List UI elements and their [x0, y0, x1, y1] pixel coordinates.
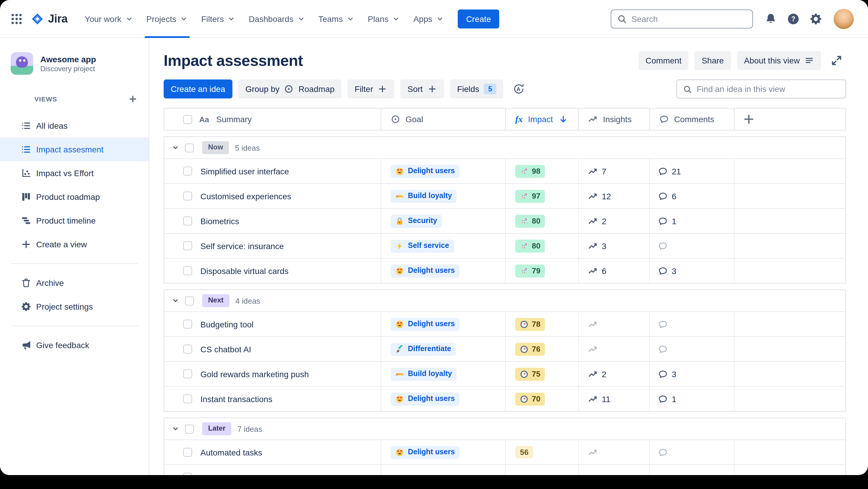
- goal-chip[interactable]: Build loyalty: [391, 367, 457, 380]
- nav-item-projects[interactable]: Projects: [140, 0, 195, 38]
- sidebar-item-product-roadmap[interactable]: Product roadmap: [0, 185, 149, 209]
- sort-button[interactable]: Sort: [401, 80, 444, 98]
- notifications-button[interactable]: [761, 9, 780, 28]
- comments-cell[interactable]: [649, 337, 734, 361]
- idea-summary[interactable]: Disposable virtual cards: [200, 266, 288, 275]
- insights-cell[interactable]: 12: [578, 184, 649, 208]
- sidebar-item-give-feedback[interactable]: Give feedback: [0, 333, 149, 357]
- about-this-view-button[interactable]: About this view: [737, 51, 821, 70]
- row-checkbox[interactable]: [183, 320, 192, 329]
- idea-summary[interactable]: Simplified user interface: [200, 166, 289, 176]
- impact-score-badge[interactable]: 97: [515, 189, 545, 203]
- table-row[interactable]: Disposable virtual cardsDelight users796…: [164, 258, 845, 283]
- row-checkbox[interactable]: [183, 473, 192, 475]
- comments-cell[interactable]: 1: [649, 387, 734, 411]
- comments-cell[interactable]: 3: [649, 258, 734, 283]
- help-button[interactable]: ?: [784, 9, 803, 28]
- impact-score-badge[interactable]: 80: [515, 239, 545, 252]
- create-idea-button[interactable]: Create an idea: [164, 80, 232, 98]
- table-row[interactable]: BiometricsSecurity8021: [164, 208, 845, 233]
- goal-chip[interactable]: Security: [391, 214, 442, 227]
- goal-chip[interactable]: Delight users: [391, 392, 460, 405]
- row-checkbox[interactable]: [183, 369, 192, 378]
- table-row[interactable]: Automated tasksDelight users56: [164, 439, 845, 464]
- insights-cell[interactable]: 11: [578, 387, 649, 411]
- column-header-comments[interactable]: Comments: [649, 109, 734, 130]
- table-row[interactable]: Simplified user interfaceDelight users98…: [164, 158, 845, 183]
- sidebar-item-impact-assesment[interactable]: Impact assesment: [0, 137, 149, 161]
- comments-cell[interactable]: 3: [649, 362, 734, 386]
- goal-chip[interactable]: Differentiate: [391, 342, 456, 356]
- nav-item-dashboards[interactable]: Dashboards: [242, 0, 312, 38]
- idea-summary[interactable]: Automated tasks: [200, 448, 262, 457]
- impact-score-badge[interactable]: 70: [515, 392, 545, 405]
- nav-item-teams[interactable]: Teams: [312, 0, 361, 38]
- table-row[interactable]: Customised experiencesBuild loyalty97126: [164, 183, 845, 208]
- table-row[interactable]: Instant transactionsDelight users70111: [164, 386, 845, 411]
- global-search[interactable]: [611, 9, 753, 28]
- goal-chip[interactable]: Delight users: [391, 164, 460, 178]
- insights-cell[interactable]: 3: [578, 234, 649, 258]
- row-checkbox[interactable]: [183, 266, 192, 275]
- group-checkbox[interactable]: [185, 424, 194, 433]
- jira-logo[interactable]: Jira: [26, 12, 72, 25]
- goal-chip[interactable]: Self service: [391, 239, 454, 252]
- group-collapse-button[interactable]: [169, 294, 182, 307]
- find-idea-input[interactable]: [696, 84, 840, 94]
- auto-sort-button[interactable]: A: [509, 80, 528, 98]
- sidebar-item-impact-vs-effort[interactable]: Impact vs Effort: [0, 161, 149, 185]
- user-avatar[interactable]: [834, 9, 854, 29]
- impact-score-badge[interactable]: 78: [515, 317, 545, 331]
- column-header-summary[interactable]: Aa Summary: [164, 109, 381, 130]
- nav-item-your-work[interactable]: Your work: [78, 0, 140, 38]
- table-row[interactable]: Gold rewards marketing pushBuild loyalty…: [164, 361, 845, 386]
- column-header-insights[interactable]: Insights: [578, 109, 649, 130]
- goal-chip[interactable]: Delight users: [391, 317, 460, 331]
- group-by-button[interactable]: Group by Roadmap: [238, 80, 342, 98]
- insights-cell[interactable]: 2: [578, 209, 649, 233]
- goal-chip[interactable]: Build loyalty: [391, 189, 457, 203]
- add-view-button[interactable]: [125, 91, 141, 107]
- comments-cell[interactable]: [649, 234, 734, 258]
- idea-summary[interactable]: Budgeting tool: [200, 319, 253, 329]
- filter-button[interactable]: Filter: [347, 80, 394, 98]
- nav-item-filters[interactable]: Filters: [195, 0, 242, 38]
- table-row[interactable]: Self service: insuranceSelf service803: [164, 233, 845, 258]
- idea-summary[interactable]: Biometrics: [200, 216, 239, 226]
- insights-cell[interactable]: [578, 312, 649, 336]
- impact-score-badge[interactable]: 98: [515, 164, 545, 178]
- app-switcher-button[interactable]: [7, 9, 26, 28]
- row-checkbox[interactable]: [183, 394, 192, 403]
- insights-cell[interactable]: 7: [578, 159, 649, 183]
- sidebar-item-archive[interactable]: Archive: [0, 271, 149, 295]
- row-checkbox[interactable]: [183, 448, 192, 457]
- table-row[interactable]: Budgeting toolDelight users78: [164, 311, 845, 336]
- row-checkbox[interactable]: [183, 344, 192, 354]
- comment-button[interactable]: Comment: [639, 51, 689, 70]
- project-header[interactable]: Awesome app Discovery project: [0, 52, 149, 75]
- comments-cell[interactable]: 1: [649, 209, 734, 233]
- column-header-goal[interactable]: Goal: [381, 109, 505, 130]
- column-header-impact[interactable]: fx Impact: [505, 109, 578, 130]
- sidebar-item-project-settings[interactable]: Project settings: [0, 295, 149, 318]
- row-checkbox[interactable]: [183, 167, 192, 176]
- select-all-checkbox[interactable]: [183, 115, 192, 124]
- settings-button[interactable]: [806, 9, 825, 28]
- find-idea-search[interactable]: [677, 80, 846, 98]
- insights-cell[interactable]: 2: [578, 362, 649, 386]
- nav-item-plans[interactable]: Plans: [361, 0, 407, 38]
- table-row-partial[interactable]: [164, 464, 845, 475]
- idea-summary[interactable]: Customised experiences: [200, 191, 291, 201]
- row-checkbox[interactable]: [183, 216, 192, 225]
- group-collapse-button[interactable]: [169, 141, 182, 154]
- sidebar-item-product-timeline[interactable]: Product timeline: [0, 209, 149, 233]
- comments-cell[interactable]: 6: [649, 184, 734, 208]
- idea-summary[interactable]: Instant transactions: [200, 394, 273, 404]
- impact-score-badge[interactable]: 76: [515, 342, 545, 356]
- insights-cell[interactable]: [578, 440, 649, 464]
- insights-cell[interactable]: 6: [578, 258, 649, 283]
- idea-summary[interactable]: Self service: insurance: [200, 241, 284, 251]
- idea-summary[interactable]: Gold rewards marketing push: [200, 369, 309, 379]
- sidebar-item-all-ideas[interactable]: All ideas: [0, 114, 149, 137]
- impact-score-badge[interactable]: 56: [515, 446, 533, 458]
